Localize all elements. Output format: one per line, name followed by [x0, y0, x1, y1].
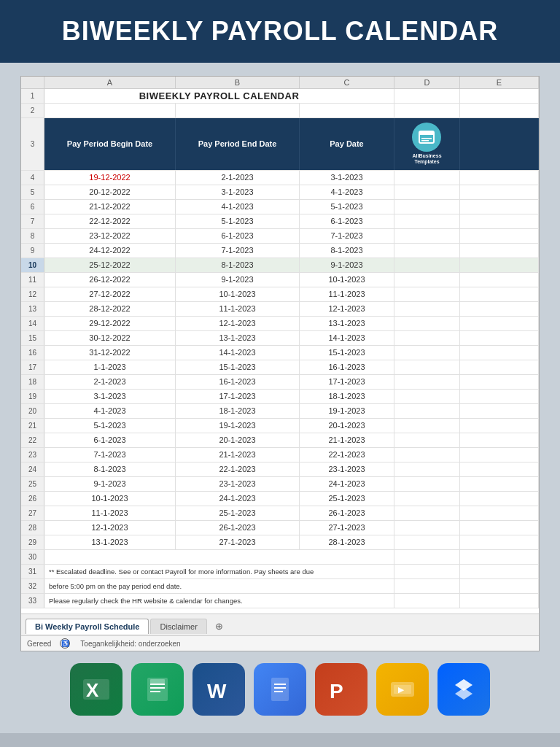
- end-date-cell: 17-1-2023: [176, 390, 300, 403]
- row-num-20: 20: [21, 404, 44, 418]
- tab-disclaimer[interactable]: Disclaimer: [150, 619, 206, 634]
- pay-date-cell: 8-1-2023: [300, 244, 394, 258]
- begin-date-cell: 21-12-2022: [44, 200, 176, 214]
- col-e-cell: [460, 419, 539, 433]
- col-e-cell: [460, 535, 539, 549]
- col-e-cell: [460, 433, 539, 447]
- row-num-32: 32: [21, 579, 44, 593]
- begin-date-cell: 28-12-2022: [44, 302, 176, 316]
- end-date-cell: 27-1-2023: [176, 535, 300, 549]
- svg-marker-21: [455, 688, 472, 700]
- row-num-23: 23: [21, 448, 44, 462]
- pay-date-cell: 5-1-2023: [300, 200, 394, 214]
- table-row: 10 25-12-2022 8-1-2023 9-1-2023: [21, 258, 539, 273]
- logo-icon: [412, 123, 441, 152]
- add-tab-button[interactable]: ⊕: [209, 617, 230, 635]
- col-d-cell: [394, 360, 460, 374]
- col-e-cell: [460, 462, 539, 476]
- col-d-cell: [394, 390, 460, 403]
- col-d-cell: [394, 477, 460, 491]
- row-num-31: 31: [21, 565, 44, 578]
- end-date-cell: 13-1-2023: [176, 331, 300, 345]
- footer-d: [394, 550, 460, 564]
- row2-a: [44, 104, 176, 117]
- table-row: 16 31-12-2022 14-1-2023 15-1-2023: [21, 346, 539, 360]
- row2-e: [460, 104, 539, 117]
- col-d-cell: [394, 331, 460, 345]
- table-row: 29 13-1-2023 27-1-2023 28-1-2023: [21, 535, 539, 550]
- col-e-cell: [460, 229, 539, 243]
- table-row: 28 12-1-2023 26-1-2023 27-1-2023: [21, 521, 539, 535]
- col-e-cell: [460, 390, 539, 403]
- col-d-cell: [394, 419, 460, 433]
- end-date-cell: 20-1-2023: [176, 433, 300, 447]
- table-row: 23 7-1-2023 21-1-2023 22-1-2023: [21, 448, 539, 462]
- pay-date-cell: 13-1-2023: [300, 317, 394, 330]
- spreadsheet: A B C D E 1 BIWEEKLY PAYROLL CALENDAR 2: [20, 76, 540, 651]
- row-num-11: 11: [21, 273, 44, 287]
- dropbox-icon[interactable]: [438, 663, 490, 716]
- end-date-cell: 5-1-2023: [176, 214, 300, 228]
- corner-cell: [21, 77, 44, 88]
- header-end-date: Pay Period End Date: [176, 118, 300, 170]
- row-num-6: 6: [21, 200, 44, 214]
- col-d-cell: [394, 287, 460, 301]
- col-e-cell: [460, 302, 539, 316]
- word-icon[interactable]: W: [192, 663, 245, 716]
- status-accessibility: Toegankelijkheid: onderzoeken: [80, 640, 180, 648]
- footer-row: 32 before 5:00 pm on the pay period end …: [21, 579, 539, 594]
- col-e-cell: [460, 448, 539, 462]
- row-num-9: 9: [21, 244, 44, 258]
- table-row: 19 3-1-2023 17-1-2023 18-1-2023: [21, 390, 539, 404]
- footer-text: [44, 550, 394, 564]
- svg-rect-13: [274, 684, 286, 685]
- pay-date-cell: 16-1-2023: [300, 360, 394, 374]
- docs-icon[interactable]: [254, 663, 306, 716]
- slides-icon[interactable]: ▶: [376, 663, 429, 716]
- col-e-cell: [460, 346, 539, 360]
- header-begin-date: Pay Period Begin Date: [44, 118, 176, 170]
- pay-date-cell: 20-1-2023: [300, 419, 394, 433]
- col-e-cell: [460, 258, 539, 272]
- table-row: 5 20-12-2022 3-1-2023 4-1-2023: [21, 185, 539, 200]
- tabs-bar: Bi Weekly Payroll Schedule Disclaimer ⊕: [21, 614, 539, 635]
- svg-rect-12: [271, 678, 289, 701]
- end-date-cell: 3-1-2023: [176, 185, 300, 199]
- row-num-1: 1: [21, 89, 44, 103]
- row-num-2: 2: [21, 104, 44, 117]
- tab-biweekly[interactable]: Bi Weekly Payroll Schedule: [26, 619, 149, 634]
- begin-date-cell: 24-12-2022: [44, 244, 176, 258]
- col-d-cell: [394, 448, 460, 462]
- row-num-13: 13: [21, 302, 44, 316]
- pay-date-cell: 25-1-2023: [300, 492, 394, 506]
- row-num-17: 17: [21, 360, 44, 374]
- column-headers: A B C D E: [21, 77, 539, 89]
- row-num-30: 30: [21, 550, 44, 564]
- col-e-cell: [460, 360, 539, 374]
- end-date-cell: 19-1-2023: [176, 419, 300, 433]
- col-e-cell: [460, 171, 539, 185]
- col-d-cell: [394, 506, 460, 520]
- powerpoint-icon[interactable]: P: [315, 663, 368, 716]
- end-date-cell: 25-1-2023: [176, 506, 300, 520]
- svg-rect-8: [150, 687, 165, 689]
- col-d-cell: [394, 258, 460, 272]
- pay-date-cell: 17-1-2023: [300, 375, 394, 389]
- begin-date-cell: 6-1-2023: [44, 433, 176, 447]
- begin-date-cell: 7-1-2023: [44, 448, 176, 462]
- end-date-cell: 7-1-2023: [176, 244, 300, 258]
- row-num-4: 4: [21, 171, 44, 185]
- end-date-cell: 2-1-2023: [176, 171, 300, 185]
- col-e-cell: [460, 477, 539, 491]
- begin-date-cell: 3-1-2023: [44, 390, 176, 403]
- col-d-cell: [394, 346, 460, 360]
- begin-date-cell: 9-1-2023: [44, 477, 176, 491]
- sheets-icon[interactable]: [131, 663, 184, 716]
- row-num-18: 18: [21, 375, 44, 389]
- pay-date-cell: 22-1-2023: [300, 448, 394, 462]
- table-row: 24 8-1-2023 22-1-2023 23-1-2023: [21, 462, 539, 477]
- col-d-cell: [394, 229, 460, 243]
- footer-d: [394, 565, 460, 578]
- svg-rect-3: [421, 140, 429, 142]
- excel-icon[interactable]: X: [70, 663, 122, 716]
